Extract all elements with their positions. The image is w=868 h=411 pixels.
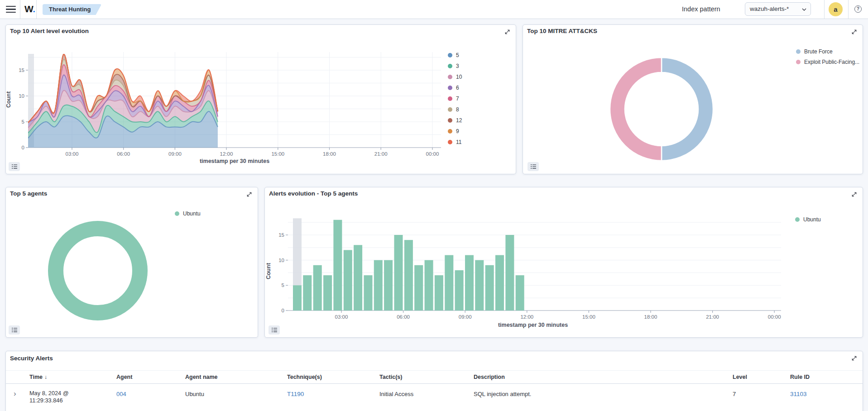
svg-text:06:00: 06:00: [117, 151, 130, 157]
col-header-rule-id[interactable]: Rule ID: [785, 374, 863, 380]
legend-label: 6: [456, 85, 459, 91]
legend-item[interactable]: Ubuntu: [795, 214, 821, 225]
donut-chart: [6, 187, 258, 337]
legend-item[interactable]: 10: [448, 72, 462, 82]
cell-time: May 8, 2024 @11:29:33.846: [24, 384, 111, 404]
legend-item[interactable]: Ubuntu: [175, 208, 201, 219]
legend-dot-icon: [448, 140, 452, 144]
legend-label: 12: [456, 117, 462, 124]
logo-dot: .: [33, 4, 35, 14]
legend-item[interactable]: Brute Force: [796, 46, 859, 57]
svg-text:10: 10: [19, 93, 24, 99]
legend-dot-icon: [175, 211, 179, 216]
legend-item[interactable]: 5: [448, 50, 462, 61]
legend-label: 3: [456, 63, 459, 69]
legend-label: 8: [456, 106, 459, 113]
svg-text:0: 0: [282, 308, 284, 313]
legend-label: Exploit Public-Facing...: [804, 59, 859, 65]
legend-label: 11: [456, 139, 461, 145]
menu-hamburger-icon[interactable]: [6, 5, 16, 14]
y-axis-label: Count: [5, 91, 12, 108]
cell-agent-name: Ubuntu: [180, 384, 282, 404]
legend-dot-icon: [448, 64, 452, 68]
legend-item[interactable]: 6: [448, 82, 462, 93]
top-navigation-bar: W. Threat Hunting Index pattern wazuh-al…: [0, 0, 868, 19]
legend-dot-icon: [448, 129, 452, 134]
col-header-description[interactable]: Description: [468, 374, 727, 380]
legend-item[interactable]: 11: [448, 137, 462, 148]
svg-text:15:00: 15:00: [582, 314, 595, 320]
panel-alerts-evolution-agents: Alerts evolution - Top 5 agents 03:0006:…: [264, 187, 863, 338]
legend-label: Ubuntu: [183, 210, 201, 217]
legend-label: 9: [456, 128, 459, 134]
legend-label: Brute Force: [804, 48, 833, 55]
divider: [848, 0, 849, 19]
legend-toggle-icon[interactable]: [528, 162, 539, 171]
cell-level: 7: [727, 384, 785, 404]
svg-text:09:00: 09:00: [459, 314, 472, 320]
legend-label: 5: [456, 52, 459, 58]
cell-rule-id[interactable]: 31103: [785, 384, 863, 404]
svg-text:15: 15: [19, 67, 24, 73]
svg-text:18:00: 18:00: [644, 314, 657, 320]
svg-text:06:00: 06:00: [397, 314, 410, 320]
legend-toggle-icon[interactable]: [269, 325, 280, 335]
svg-text:10: 10: [278, 258, 284, 263]
svg-text:00:00: 00:00: [768, 314, 781, 320]
row-expander-chevron-icon[interactable]: ›: [6, 384, 24, 404]
legend-dot-icon: [796, 49, 801, 54]
cell-tactic: Initial Access: [374, 384, 468, 404]
cell-agent[interactable]: 004: [111, 384, 180, 404]
table-row[interactable]: ›May 8, 2024 @11:29:33.846004UbuntuT1190…: [6, 384, 863, 404]
svg-text:18:00: 18:00: [323, 151, 336, 157]
index-pattern-select[interactable]: wazuh-alerts-*: [745, 2, 811, 16]
x-axis-label: timestamp per 30 minutes: [180, 158, 289, 164]
area-chart: 03:0006:0009:0012:0015:0018:0021:0000:00…: [6, 25, 516, 174]
legend-toggle-icon[interactable]: [9, 162, 20, 171]
col-header-agent[interactable]: Agent: [111, 374, 180, 380]
cell-technique[interactable]: T1190: [282, 384, 374, 404]
svg-text:03:00: 03:00: [66, 151, 79, 157]
legend-dot-icon: [448, 96, 452, 101]
y-axis-label: Count: [265, 263, 272, 279]
wazuh-logo[interactable]: W.: [24, 0, 35, 18]
svg-text:09:00: 09:00: [168, 151, 182, 157]
expand-icon[interactable]: [851, 355, 858, 362]
bar-chart: 03:0006:0009:0012:0015:0018:0021:0000:00…: [265, 187, 863, 337]
col-header-technique-s-[interactable]: Technique(s): [282, 374, 374, 380]
svg-text:15: 15: [278, 232, 284, 238]
chart-legend: Ubuntu: [795, 214, 821, 225]
legend-item[interactable]: 9: [448, 126, 462, 137]
svg-text:21:00: 21:00: [706, 314, 719, 320]
legend-item[interactable]: 7: [448, 93, 462, 104]
legend-toggle-icon[interactable]: [9, 325, 20, 335]
x-axis-label: timestamp per 30 minutes: [479, 322, 587, 328]
index-pattern-value: wazuh-alerts-*: [750, 5, 789, 12]
chart-legend: Ubuntu: [175, 208, 201, 219]
panel-alert-level-evolution: Top 10 Alert level evolution 03:0006:000…: [5, 24, 516, 174]
legend-item[interactable]: 8: [448, 104, 462, 115]
col-header-level[interactable]: Level: [727, 374, 785, 380]
user-avatar[interactable]: a: [829, 2, 843, 16]
svg-text:0: 0: [22, 145, 24, 150]
index-pattern-label: Index pattern: [682, 0, 720, 19]
legend-item[interactable]: 3: [448, 61, 462, 72]
legend-dot-icon: [448, 75, 452, 79]
svg-text:12:00: 12:00: [220, 151, 233, 157]
legend-item[interactable]: 12: [448, 115, 462, 126]
panel-mitre-attacks: Top 10 MITRE ATT&CKS Brute ForceExploit …: [523, 24, 863, 174]
legend-label: 10: [456, 74, 462, 80]
legend-label: 7: [456, 96, 459, 102]
col-header-time[interactable]: Time↓: [24, 374, 111, 380]
legend-dot-icon: [448, 118, 452, 123]
panel-security-alerts: Security Alerts Time↓AgentAgent nameTech…: [5, 351, 863, 411]
legend-item[interactable]: Exploit Public-Facing...: [796, 57, 859, 67]
divider: [20, 0, 20, 19]
tab-threat-hunting[interactable]: Threat Hunting: [43, 4, 101, 15]
legend-label: Ubuntu: [803, 216, 821, 223]
svg-text:03:00: 03:00: [335, 314, 348, 320]
help-icon[interactable]: ?: [854, 5, 862, 13]
col-header-agent-name[interactable]: Agent name: [180, 374, 282, 380]
col-header-tactic-s-[interactable]: Tactic(s): [374, 374, 468, 380]
svg-text:12:00: 12:00: [520, 314, 533, 320]
